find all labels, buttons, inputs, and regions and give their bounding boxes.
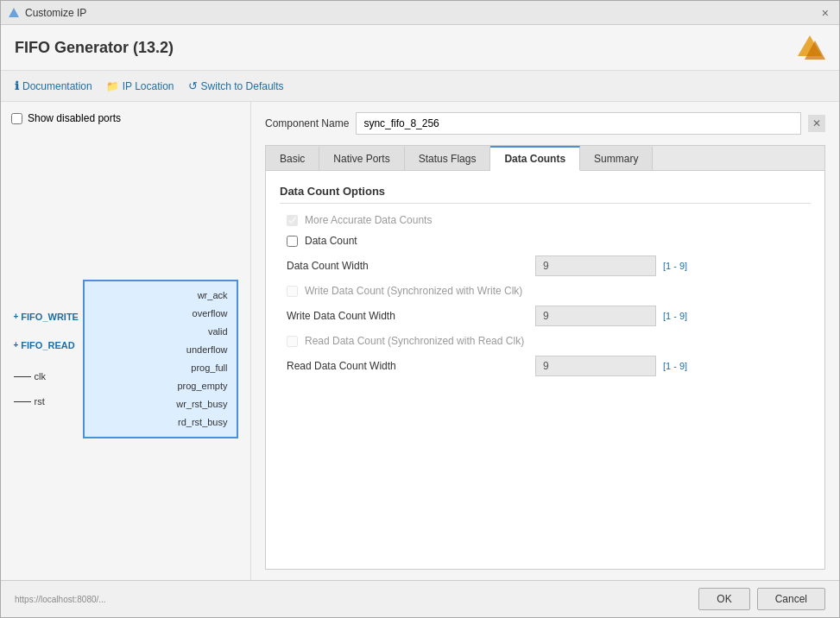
svg-marker-0 xyxy=(9,8,19,17)
ip-location-label: IP Location xyxy=(123,80,174,92)
read-data-count-width-range: [1 - 9] xyxy=(663,361,687,371)
read-data-count-width-label: Read Data Count Width xyxy=(287,360,528,372)
data-count-width-input[interactable] xyxy=(535,255,656,276)
write-data-count-width-row: Write Data Count Width [1 - 9] xyxy=(280,306,811,326)
show-disabled-ports-checkbox[interactable] xyxy=(11,113,22,124)
switch-defaults-label: Switch to Defaults xyxy=(201,80,284,92)
tab-native-ports[interactable]: Native Ports xyxy=(319,146,404,170)
refresh-icon: ↺ xyxy=(188,79,198,92)
bottom-buttons: OK Cancel xyxy=(698,588,825,610)
show-disabled-ports-row: Show disabled ports xyxy=(11,112,240,124)
data-count-width-row: Data Count Width [1 - 9] xyxy=(280,255,811,276)
location-icon: 📁 xyxy=(106,80,119,92)
fifo-port-prog-full: prog_full xyxy=(93,359,228,377)
main-content: Show disabled ports + FIFO_WRITE + FIFO_… xyxy=(1,102,839,580)
read-data-count-row: Read Data Count (Synchronized with Read … xyxy=(280,335,811,347)
component-name-label: Component Name xyxy=(265,117,349,129)
write-data-count-label: Write Data Count (Synchronized with Writ… xyxy=(305,285,522,297)
data-count-checkbox[interactable] xyxy=(287,236,298,247)
tabs-header: Basic Native Ports Status Flags Data Cou… xyxy=(266,146,824,171)
tab-content-data-counts: Data Count Options More Accurate Data Co… xyxy=(266,171,824,399)
ip-location-link[interactable]: 📁 IP Location xyxy=(106,80,174,92)
bottom-bar: https://localhost:8080/... OK Cancel xyxy=(1,580,839,617)
tab-basic[interactable]: Basic xyxy=(266,146,319,170)
fifo-port-rd-rst-busy: rd_rst_busy xyxy=(93,413,228,432)
switch-defaults-link[interactable]: ↺ Switch to Defaults xyxy=(188,79,284,92)
fifo-port-wr-rst-busy: wr_rst_busy xyxy=(93,395,228,413)
cancel-button[interactable]: Cancel xyxy=(757,588,825,610)
brand-logo xyxy=(794,32,825,63)
app-header: FIFO Generator (13.2) xyxy=(1,25,839,71)
write-data-count-width-input[interactable] xyxy=(535,306,656,326)
port-rst: rst xyxy=(35,396,45,407)
component-name-clear-button[interactable]: ✕ xyxy=(808,115,825,132)
data-count-width-range: [1 - 9] xyxy=(663,261,687,271)
toolbar: ℹ Documentation 📁 IP Location ↺ Switch t… xyxy=(1,71,839,102)
fifo-port-underflow: underflow xyxy=(93,341,228,359)
port-clk: clk xyxy=(35,371,46,382)
data-count-width-label: Data Count Width xyxy=(287,260,528,272)
fifo-port-prog-empty: prog_empty xyxy=(93,377,228,395)
ok-button[interactable]: OK xyxy=(698,588,749,610)
more-accurate-checkbox xyxy=(287,215,298,226)
title-bar-left: Customize IP xyxy=(8,7,86,19)
info-icon: ℹ xyxy=(15,79,19,92)
section-title: Data Count Options xyxy=(280,185,811,204)
status-url: https://localhost:8080/... xyxy=(15,595,106,604)
main-window: Customize IP × FIFO Generator (13.2) ℹ D… xyxy=(0,0,840,618)
window-title: Customize IP xyxy=(25,7,86,19)
fifo-diagram: + FIFO_WRITE + FIFO_READ clk xyxy=(11,148,240,570)
left-panel: Show disabled ports + FIFO_WRITE + FIFO_… xyxy=(1,102,251,580)
fifo-port-valid: valid xyxy=(93,323,228,341)
tab-summary[interactable]: Summary xyxy=(580,146,653,170)
documentation-link[interactable]: ℹ Documentation xyxy=(15,79,92,92)
read-data-count-width-row: Read Data Count Width [1 - 9] xyxy=(280,356,811,376)
read-data-count-width-input[interactable] xyxy=(535,356,656,376)
read-data-count-label: Read Data Count (Synchronized with Read … xyxy=(305,335,524,347)
write-data-count-width-range: [1 - 9] xyxy=(663,311,687,321)
data-count-label: Data Count xyxy=(305,235,357,247)
component-name-input[interactable] xyxy=(356,112,801,135)
port-fifo-write: FIFO_WRITE xyxy=(21,312,79,322)
tabs-container: Basic Native Ports Status Flags Data Cou… xyxy=(265,145,825,570)
write-data-count-width-label: Write Data Count Width xyxy=(287,310,528,322)
close-button[interactable]: × xyxy=(818,6,832,20)
right-panel: Component Name ✕ Basic Native Ports Stat… xyxy=(251,102,839,580)
tab-status-flags[interactable]: Status Flags xyxy=(405,146,491,170)
more-accurate-label: More Accurate Data Counts xyxy=(305,214,432,226)
fifo-port-overflow: overflow xyxy=(93,305,228,323)
write-data-count-checkbox xyxy=(287,286,298,297)
more-accurate-row: More Accurate Data Counts xyxy=(280,214,811,226)
write-data-count-row: Write Data Count (Synchronized with Writ… xyxy=(280,285,811,297)
app-icon xyxy=(8,7,20,19)
app-title: FIFO Generator (13.2) xyxy=(15,39,174,57)
documentation-label: Documentation xyxy=(22,80,92,92)
read-data-count-checkbox xyxy=(287,336,298,347)
port-fifo-read: FIFO_READ xyxy=(21,340,74,350)
title-bar: Customize IP × xyxy=(1,1,839,25)
fifo-port-wr-ack: wr_ack xyxy=(93,287,228,305)
data-count-row: Data Count xyxy=(280,235,811,247)
show-disabled-ports-label: Show disabled ports xyxy=(28,112,121,124)
component-name-row: Component Name ✕ xyxy=(265,112,825,135)
tab-data-counts[interactable]: Data Counts xyxy=(490,146,580,171)
